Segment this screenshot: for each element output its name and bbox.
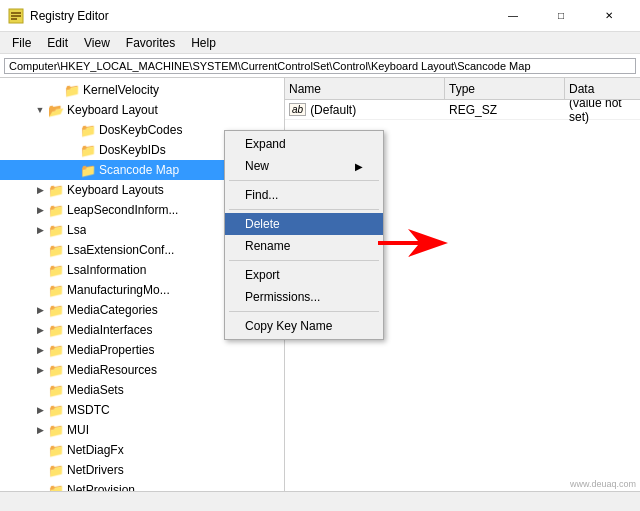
context-menu-label: New (245, 159, 269, 173)
tree-expander-icon[interactable]: ▶ (32, 182, 48, 198)
tree-item[interactable]: ▶📁MUI (0, 420, 284, 440)
tree-item-label: LsaInformation (67, 263, 146, 277)
menu-file[interactable]: File (4, 34, 39, 52)
tree-expander-icon[interactable] (32, 282, 48, 298)
folder-icon: 📁 (48, 203, 64, 218)
tree-expander-icon[interactable]: ▶ (32, 342, 48, 358)
tree-item-label: MediaResources (67, 363, 157, 377)
tree-expander-icon[interactable] (32, 242, 48, 258)
svg-marker-4 (378, 229, 448, 257)
tree-item-label: Keyboard Layouts (67, 183, 164, 197)
submenu-arrow-icon: ▶ (355, 161, 363, 172)
tree-expander-icon[interactable]: ▶ (32, 422, 48, 438)
title-controls: — □ ✕ (490, 0, 632, 32)
folder-icon: 📁 (48, 243, 64, 258)
svg-rect-2 (11, 15, 21, 17)
tree-expander-icon[interactable]: ▶ (32, 302, 48, 318)
context-menu-item-copy-key-name[interactable]: Copy Key Name (225, 315, 383, 337)
menu-favorites[interactable]: Favorites (118, 34, 183, 52)
tree-expander-icon[interactable] (32, 482, 48, 491)
context-menu-separator (229, 209, 379, 210)
tree-expander-icon[interactable]: ▶ (32, 402, 48, 418)
context-menu-separator (229, 180, 379, 181)
tree-expander-icon[interactable] (32, 382, 48, 398)
tree-expander-icon[interactable]: ▶ (32, 362, 48, 378)
tree-expander-icon[interactable]: ▶ (32, 202, 48, 218)
table-row[interactable]: ab(Default)REG_SZ(value not set) (285, 100, 640, 120)
context-menu-label: Find... (245, 188, 278, 202)
tree-item-label: NetDrivers (67, 463, 124, 477)
tree-item[interactable]: ▶📁MediaResources (0, 360, 284, 380)
registry-icon (8, 8, 24, 24)
tree-expander-icon[interactable] (64, 122, 80, 138)
folder-icon: 📁 (48, 383, 64, 398)
tree-item-label: Lsa (67, 223, 86, 237)
tree-item[interactable]: ▶📁MSDTC (0, 400, 284, 420)
context-menu-item-permissions[interactable]: Permissions... (225, 286, 383, 308)
tree-item[interactable]: ▼📂Keyboard Layout (0, 100, 284, 120)
context-menu-separator (229, 311, 379, 312)
status-bar (0, 491, 640, 511)
tree-expander-icon[interactable] (32, 442, 48, 458)
tree-expander-icon[interactable]: ▶ (32, 322, 48, 338)
col-header-name: Name (285, 78, 445, 99)
tree-expander-icon[interactable]: ▶ (32, 222, 48, 238)
tree-item[interactable]: 📁NetProvision (0, 480, 284, 491)
close-button[interactable]: ✕ (586, 0, 632, 32)
cell-name: ab(Default) (285, 103, 445, 117)
tree-item-label: NetDiagFx (67, 443, 124, 457)
tree-item-label: MediaSets (67, 383, 124, 397)
ab-icon: ab (289, 103, 306, 116)
context-menu-item-new[interactable]: New▶ (225, 155, 383, 177)
context-menu: ExpandNew▶Find...DeleteRenameExportPermi… (224, 130, 384, 340)
tree-expander-icon[interactable]: ▼ (32, 102, 48, 118)
folder-icon: 📁 (48, 443, 64, 458)
tree-item[interactable]: 📁NetDiagFx (0, 440, 284, 460)
folder-icon: 📁 (48, 323, 64, 338)
tree-expander-icon[interactable] (64, 162, 80, 178)
context-menu-label: Copy Key Name (245, 319, 332, 333)
menu-view[interactable]: View (76, 34, 118, 52)
tree-item-label: NetProvision (67, 483, 135, 491)
menu-edit[interactable]: Edit (39, 34, 76, 52)
tree-item-label: LsaExtensionConf... (67, 243, 174, 257)
folder-icon: 📁 (80, 123, 96, 138)
col-header-data: Data (565, 78, 640, 99)
context-menu-item-expand[interactable]: Expand (225, 133, 383, 155)
svg-rect-1 (11, 12, 21, 14)
folder-icon: 📁 (48, 483, 64, 492)
context-menu-item-rename[interactable]: Rename (225, 235, 383, 257)
tree-item[interactable]: 📁MediaSets (0, 380, 284, 400)
cell-type: REG_SZ (445, 103, 565, 117)
tree-item[interactable]: 📁NetDrivers (0, 460, 284, 480)
context-menu-item-export[interactable]: Export (225, 264, 383, 286)
tree-expander-icon[interactable] (32, 262, 48, 278)
tree-item-label: MediaCategories (67, 303, 158, 317)
context-menu-label: Expand (245, 137, 286, 151)
tree-expander-icon[interactable] (48, 82, 64, 98)
folder-icon: 📁 (48, 423, 64, 438)
title-bar: Registry Editor — □ ✕ (0, 0, 640, 32)
tree-item-label: MSDTC (67, 403, 110, 417)
minimize-button[interactable]: — (490, 0, 536, 32)
context-menu-label: Delete (245, 217, 280, 231)
folder-icon: 📁 (64, 83, 80, 98)
address-input[interactable] (4, 58, 636, 74)
tree-item[interactable]: ▶📁MediaProperties (0, 340, 284, 360)
table-header: Name Type Data (285, 78, 640, 100)
folder-icon: 📁 (48, 223, 64, 238)
folder-icon: 📁 (80, 143, 96, 158)
context-menu-item-delete[interactable]: Delete (225, 213, 383, 235)
tree-item-label: LeapSecondInform... (67, 203, 178, 217)
folder-icon: 📂 (48, 103, 64, 118)
menu-help[interactable]: Help (183, 34, 224, 52)
tree-expander-icon[interactable] (64, 142, 80, 158)
context-menu-item-find[interactable]: Find... (225, 184, 383, 206)
address-bar (0, 54, 640, 78)
tree-item-label: MediaProperties (67, 343, 154, 357)
maximize-button[interactable]: □ (538, 0, 584, 32)
folder-icon: 📁 (48, 283, 64, 298)
tree-expander-icon[interactable] (32, 462, 48, 478)
tree-item[interactable]: 📁KernelVelocity (0, 80, 284, 100)
menu-bar: File Edit View Favorites Help (0, 32, 640, 54)
